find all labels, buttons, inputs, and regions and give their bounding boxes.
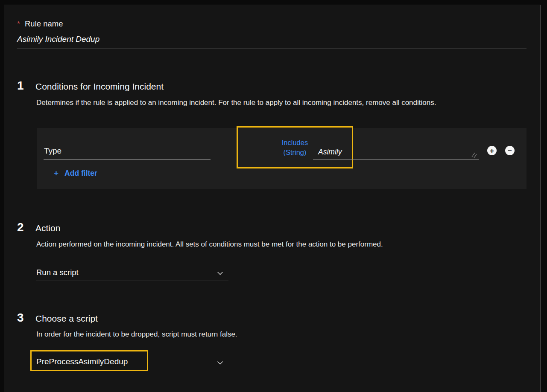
required-asterisk-icon: * [17,20,20,29]
section-2-description: Action performed on the incoming inciden… [36,240,383,249]
textarea-resize-handle-icon[interactable] [471,151,478,161]
rule-name-input-underline [17,49,527,49]
condition-value-textarea[interactable]: Asimily [318,148,342,157]
add-filter-button[interactable]: + Add filter [54,168,97,178]
action-select-underline [36,281,228,281]
chevron-down-icon[interactable] [217,359,223,367]
add-filter-label: Add filter [64,169,97,178]
section-1-title: Conditions for Incoming Incident [35,81,164,92]
section-3-title: Choose a script [35,314,98,324]
minus-icon: − [508,147,512,154]
add-filter-plus-icon: + [54,168,59,178]
section-1-description: Determines if the rule is applied to an … [36,99,436,107]
section-3-description: In order for the incident to be dropped,… [36,330,237,339]
chevron-down-icon[interactable] [217,270,223,277]
rule-name-input[interactable]: Asimily Incident Dedup [17,35,99,44]
section-2-title: Action [35,223,60,233]
condition-field-underline [44,159,211,160]
section-1-number: 1 [17,79,24,93]
add-condition-row-button[interactable]: + [487,146,497,155]
condition-field-select[interactable]: Type [44,146,61,156]
plus-icon: + [490,147,494,154]
section-2-number: 2 [17,221,24,234]
action-select[interactable]: Run a script [36,268,79,277]
section-3-number: 3 [17,311,24,325]
preprocess-rule-editor: * Rule name Asimily Incident Dedup 1 Con… [0,0,547,392]
rule-name-label: Rule name [25,19,63,29]
remove-condition-row-button[interactable]: − [505,146,515,155]
highlight-box-script [30,350,148,371]
condition-value-underline [313,159,479,160]
